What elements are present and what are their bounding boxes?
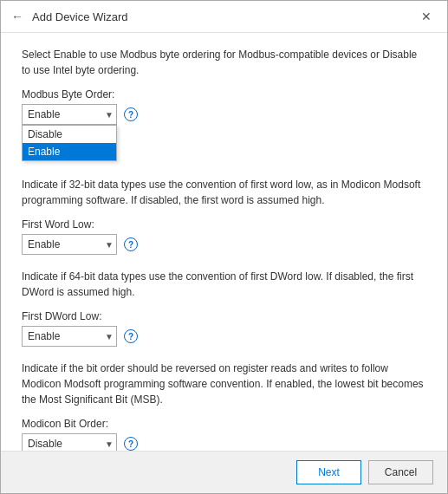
first-dword-low-select-wrapper: Enable ▼: [22, 326, 117, 347]
dialog-footer: Next Cancel: [1, 451, 447, 493]
first-dword-low-description: Indicate if 64-bit data types use the co…: [22, 269, 426, 300]
modicon-bit-order-label: Modicon Bit Order:: [22, 418, 426, 430]
close-button[interactable]: ✕: [416, 8, 437, 25]
modicon-bit-order-description: Indicate if the bit order should be reve…: [22, 361, 426, 407]
dialog-content: Select Enable to use Modbus byte orderin…: [1, 33, 447, 451]
title-bar-left: ← Add Device Wizard: [11, 10, 128, 23]
modbus-byte-order-dropdown: Disable Enable: [22, 125, 117, 161]
modbus-byte-order-row: Enable ▼ Disable Enable ?: [22, 104, 426, 125]
modicon-bit-order-row: Disable ▼ ?: [22, 433, 426, 451]
dialog-title: Add Device Wizard: [32, 10, 128, 23]
next-button[interactable]: Next: [296, 460, 361, 484]
modbus-byte-order-label: Modbus Byte Order:: [22, 88, 426, 101]
modicon-bit-order-select-wrapper: Disable ▼: [22, 433, 117, 451]
modbus-enable-option[interactable]: Enable: [23, 143, 116, 160]
first-word-low-help-icon[interactable]: ?: [124, 237, 138, 251]
modbus-byte-order-help-icon[interactable]: ?: [124, 107, 138, 121]
cancel-button[interactable]: Cancel: [368, 460, 433, 484]
first-dword-low-label: First DWord Low:: [22, 310, 426, 322]
first-dword-low-select[interactable]: Enable: [22, 326, 117, 347]
first-dword-low-section: Indicate if 64-bit data types use the co…: [22, 269, 426, 347]
first-dword-low-row: Enable ▼ ?: [22, 326, 426, 347]
modbus-byte-order-section: Select Enable to use Modbus byte orderin…: [22, 47, 426, 125]
first-word-low-description: Indicate if 32-bit data types use the co…: [22, 177, 426, 208]
first-dword-low-help-icon[interactable]: ?: [124, 329, 138, 343]
modbus-disable-option[interactable]: Disable: [23, 126, 116, 143]
modbus-byte-order-select-wrapper: Enable ▼ Disable Enable: [22, 104, 117, 125]
modicon-bit-order-section: Indicate if the bit order should be reve…: [22, 361, 426, 451]
first-word-low-row: Enable ▼ ?: [22, 234, 426, 255]
first-word-low-section: Indicate if 32-bit data types use the co…: [22, 177, 426, 255]
modicon-bit-order-help-icon[interactable]: ?: [124, 437, 138, 451]
first-word-low-select[interactable]: Enable: [22, 234, 117, 255]
first-word-low-label: First Word Low:: [22, 218, 426, 231]
title-bar: ← Add Device Wizard ✕: [1, 1, 447, 33]
modbus-byte-order-select[interactable]: Enable: [22, 104, 117, 125]
modbus-byte-order-description: Select Enable to use Modbus byte orderin…: [22, 47, 426, 78]
add-device-wizard-dialog: ← Add Device Wizard ✕ Select Enable to u…: [0, 0, 448, 494]
first-word-low-select-wrapper: Enable ▼: [22, 234, 117, 255]
back-button[interactable]: ←: [11, 10, 23, 23]
modicon-bit-order-select[interactable]: Disable: [22, 433, 117, 451]
